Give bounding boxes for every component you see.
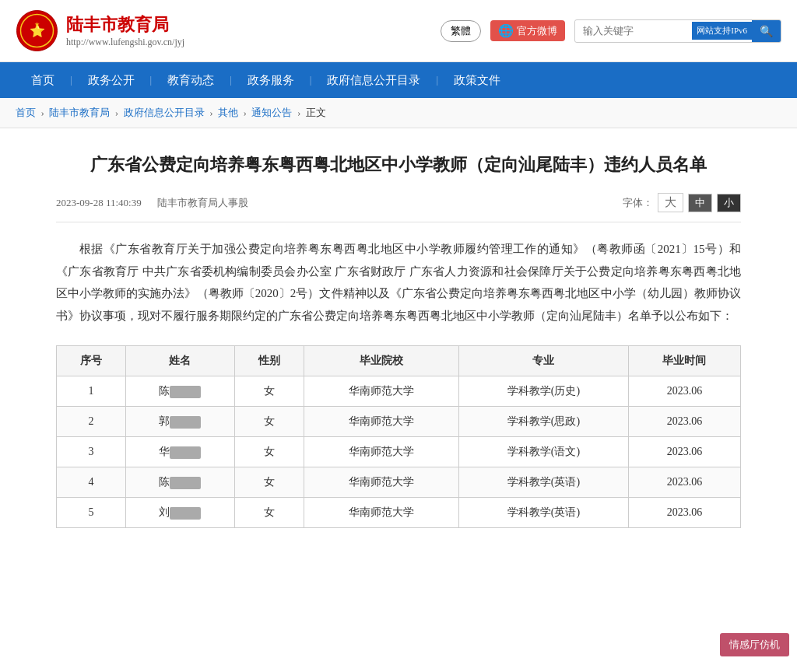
col-header-no: 序号 — [57, 346, 126, 376]
weibo-button[interactable]: 🌐 官方微博 — [490, 20, 565, 41]
cell-year: 2023.06 — [628, 376, 740, 407]
logo-area: ⭐ ★ 陆丰市教育局 http://www.lufengshi.gov.cn/j… — [16, 9, 441, 52]
cell-name: 郭 — [125, 407, 234, 437]
search-area: 网站支持IPv6 🔍 — [574, 19, 781, 43]
nav-zhengce[interactable]: 政策文件 — [438, 62, 516, 98]
cell-major: 学科教学(英语) — [459, 467, 629, 498]
cell-major: 学科教学(语文) — [459, 437, 629, 467]
breadcrumb-bureau[interactable]: 陆丰市教育局 — [49, 107, 110, 118]
table-row: 3 华 女 华南师范大学 学科教学(语文) 2023.06 — [57, 437, 741, 467]
article-title: 广东省公费定向培养粤东粤西粤北地区中小学教师（定向汕尾陆丰）违约人员名单 — [56, 152, 741, 177]
article-date: 2023-09-28 11:40:39 — [56, 197, 142, 209]
breadcrumb-other[interactable]: 其他 — [218, 107, 238, 118]
table-row: 1 陈 女 华南师范大学 学科教学(历史) 2023.06 — [57, 376, 741, 407]
search-input[interactable] — [575, 21, 692, 40]
cell-school: 华南师范大学 — [304, 376, 458, 407]
cell-year: 2023.06 — [628, 467, 740, 498]
emblem-icon: ⭐ ★ — [16, 9, 58, 52]
cell-no: 4 — [57, 467, 126, 498]
table-row: 4 陈 女 华南师范大学 学科教学(英语) 2023.06 — [57, 467, 741, 498]
article-meta: 2023-09-28 11:40:39 陆丰市教育局人事股 字体： 大 中 小 — [56, 193, 741, 222]
header-tools: 繁體 🌐 官方微博 网站支持IPv6 🔍 — [441, 19, 781, 43]
breadcrumb-home[interactable]: 首页 — [16, 107, 36, 118]
site-header: ⭐ ★ 陆丰市教育局 http://www.lufengshi.gov.cn/j… — [0, 0, 797, 62]
redacted-name — [170, 386, 201, 398]
table-row: 2 郭 女 华南师范大学 学科教学(思政) 2023.06 — [57, 407, 741, 437]
cell-school: 华南师范大学 — [304, 407, 458, 437]
breadcrumb: 首页 › 陆丰市教育局 › 政府信息公开目录 › 其他 › 通知公告 › 正文 — [0, 98, 797, 128]
cell-year: 2023.06 — [628, 407, 740, 437]
col-header-year: 毕业时间 — [628, 346, 740, 376]
nav-zhengwu[interactable]: 政务公开 — [72, 62, 150, 98]
cell-name: 华 — [125, 437, 234, 467]
logo-text: 陆丰市教育局 http://www.lufengshi.gov.cn/jyj — [66, 13, 184, 48]
font-large-button[interactable]: 大 — [658, 193, 683, 212]
col-header-name: 姓名 — [125, 346, 234, 376]
table-header-row: 序号 姓名 性别 毕业院校 专业 毕业时间 — [57, 346, 741, 376]
cell-name: 陈 — [125, 376, 234, 407]
font-small-button[interactable]: 小 — [717, 194, 741, 212]
font-label: 字体： — [623, 196, 653, 210]
cell-major: 学科教学(思政) — [459, 407, 629, 437]
redacted-name — [170, 446, 201, 459]
cell-gender: 女 — [234, 498, 304, 528]
article-body: 根据《广东省教育厅关于加强公费定向培养粤东粤西粤北地区中小学教师履约管理工作的通… — [56, 238, 741, 327]
nav-home[interactable]: 首页 — [16, 62, 70, 98]
cell-major: 学科教学(历史) — [459, 376, 629, 407]
svg-text:★: ★ — [34, 21, 40, 28]
article-content: 广东省公费定向培养粤东粤西粤北地区中小学教师（定向汕尾陆丰）违约人员名单 202… — [25, 128, 772, 551]
font-size-controls: 字体： 大 中 小 — [623, 193, 741, 212]
article-paragraph: 根据《广东省教育厅关于加强公费定向培养粤东粤西粤北地区中小学教师履约管理工作的通… — [56, 238, 741, 327]
redacted-name — [170, 416, 201, 429]
col-header-major: 专业 — [459, 346, 629, 376]
cell-no: 3 — [57, 437, 126, 467]
breadcrumb-catalog[interactable]: 政府信息公开目录 — [124, 107, 205, 118]
site-title: 陆丰市教育局 — [66, 13, 184, 37]
main-nav: 首页 | 政务公开 | 教育动态 | 政务服务 | 政府信息公开目录 | 政策文… — [0, 62, 797, 98]
redacted-name — [170, 507, 201, 520]
nav-fuwu[interactable]: 政务服务 — [232, 62, 310, 98]
cell-gender: 女 — [234, 407, 304, 437]
nav-mulu[interactable]: 政府信息公开目录 — [311, 62, 436, 98]
traditional-chinese-button[interactable]: 繁體 — [441, 20, 481, 42]
redacted-name — [170, 477, 201, 489]
violation-table: 序号 姓名 性别 毕业院校 专业 毕业时间 1 陈 女 华南师范大学 学科教学(… — [56, 345, 741, 528]
cell-major: 学科教学(英语) — [459, 498, 629, 528]
cell-name: 陈 — [125, 467, 234, 498]
cell-no: 2 — [57, 407, 126, 437]
site-url: http://www.lufengshi.gov.cn/jyj — [66, 37, 184, 48]
nav-jiaoyu[interactable]: 教育动态 — [152, 62, 230, 98]
cell-school: 华南师范大学 — [304, 437, 458, 467]
font-medium-button[interactable]: 中 — [688, 194, 712, 212]
breadcrumb-notice[interactable]: 通知公告 — [251, 107, 292, 118]
ipv6-badge: 网站支持IPv6 — [692, 22, 752, 40]
cell-name: 刘 — [125, 498, 234, 528]
cell-gender: 女 — [234, 437, 304, 467]
cell-school: 华南师范大学 — [304, 467, 458, 498]
cell-gender: 女 — [234, 376, 304, 407]
col-header-school: 毕业院校 — [304, 346, 458, 376]
cell-no: 1 — [57, 376, 126, 407]
article-author: 陆丰市教育局人事股 — [157, 196, 248, 210]
table-row: 5 刘 女 华南师范大学 学科教学(英语) 2023.06 — [57, 498, 741, 528]
cell-year: 2023.06 — [628, 498, 740, 528]
search-button[interactable]: 🔍 — [752, 20, 781, 42]
weibo-icon: 🌐 — [498, 23, 514, 38]
breadcrumb-current: 正文 — [306, 107, 326, 118]
cell-year: 2023.06 — [628, 437, 740, 467]
cell-school: 华南师范大学 — [304, 498, 458, 528]
cell-no: 5 — [57, 498, 126, 528]
col-header-gender: 性别 — [234, 346, 304, 376]
weibo-label: 官方微博 — [517, 24, 557, 38]
cell-gender: 女 — [234, 467, 304, 498]
